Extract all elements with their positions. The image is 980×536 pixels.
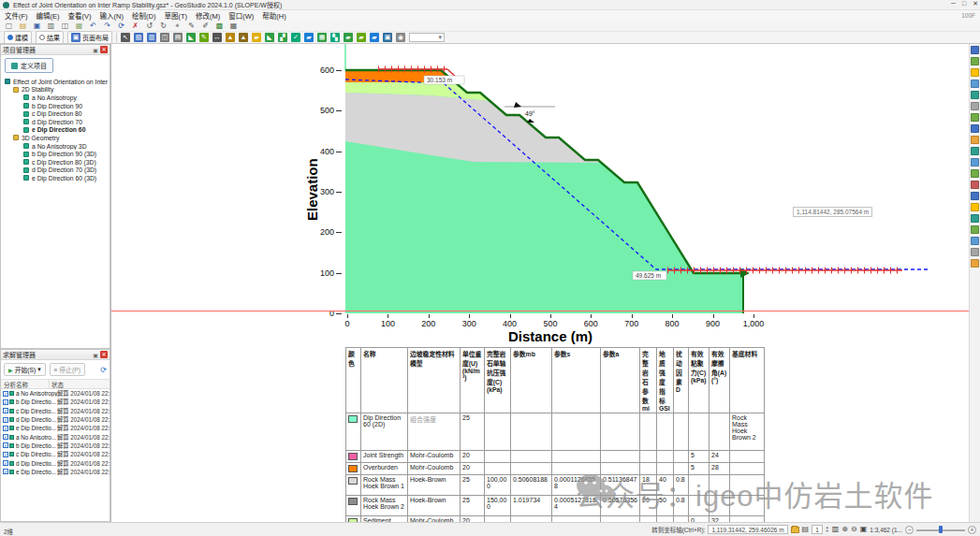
- side-tool-icon[interactable]: [971, 57, 979, 65]
- close-panel-icon[interactable]: ✕: [100, 46, 108, 53]
- checkbox-icon[interactable]: ✓: [3, 426, 8, 431]
- toolbar-icon[interactable]: ✎: [186, 22, 197, 31]
- minimize-button[interactable]: ─: [951, 0, 956, 7]
- solve-row[interactable]: ✓ a No Anisotro... 解算 2024/01/08 22:53:0…: [1, 432, 110, 441]
- tree-item[interactable]: c Dip Direction 80 (3D): [1, 158, 110, 167]
- solve-row[interactable]: ✓ d Dip Directio... 解算 2024/01/08 22:53:…: [1, 415, 110, 424]
- draw-tool-icon[interactable]: ◉: [396, 33, 405, 42]
- side-tool-icon[interactable]: [971, 136, 979, 144]
- toolbar-icon[interactable]: ▥: [46, 22, 56, 31]
- draw-tool-icon[interactable]: ↖: [121, 33, 130, 42]
- menu-item[interactable]: 查看(V): [68, 10, 92, 21]
- checkbox-icon[interactable]: ✓: [3, 442, 8, 448]
- draw-tool-icon[interactable]: ✓: [291, 33, 300, 42]
- tree-item[interactable]: Effect of Joint Orientation on Inter Ram…: [1, 78, 110, 86]
- zoom-slider-thumb[interactable]: [939, 526, 943, 533]
- checkbox-icon[interactable]: ✓: [3, 417, 8, 423]
- toolbar-icon[interactable]: ↺: [144, 22, 154, 31]
- side-tool-icon[interactable]: [971, 192, 979, 200]
- checkbox-icon[interactable]: ✓: [3, 434, 8, 440]
- draw-tool-icon[interactable]: ▚: [330, 33, 340, 42]
- solve-row[interactable]: ✓ e Dip Directio... 解算 2024/01/08 22:59:…: [1, 468, 110, 476]
- tree-item[interactable]: d Dip Direction 70 (3D): [1, 167, 110, 175]
- side-tool-icon[interactable]: [971, 181, 979, 189]
- draw-tool-icon[interactable]: ▞: [278, 33, 287, 42]
- solve-row[interactable]: ✓ e Dip Directio... 解算 2024/01/08 22:53:…: [1, 424, 110, 432]
- draw-tool-icon[interactable]: ▣: [383, 33, 392, 42]
- page-spinner[interactable]: ▲▼: [826, 526, 829, 533]
- draw-tool-icon[interactable]: ▰: [357, 33, 366, 42]
- pin-icon[interactable]: ▣: [93, 352, 98, 358]
- draw-tool-icon[interactable]: ▰: [370, 33, 379, 42]
- analysis-name-column[interactable]: 分析名称: [1, 380, 50, 388]
- tree-item[interactable]: d Dip Direction 70: [1, 118, 110, 126]
- toolbar-icon[interactable]: ↷: [102, 22, 112, 31]
- define-mode-radio[interactable]: 建模: [4, 31, 32, 44]
- pin-icon[interactable]: ▣: [93, 47, 98, 53]
- tree-item[interactable]: a No Anisotropy 3D: [1, 142, 110, 151]
- coordinates-readout[interactable]: 1,119.31442, 259.46026 m: [708, 525, 787, 534]
- draw-tool-icon[interactable]: ✎: [199, 33, 209, 42]
- checkbox-icon[interactable]: ✓: [3, 452, 8, 457]
- results-mode-radio[interactable]: 结果: [36, 31, 64, 44]
- draw-tool-icon[interactable]: ▦: [317, 33, 327, 42]
- draw-tool-icon[interactable]: ◣: [265, 33, 274, 42]
- tree-item[interactable]: e Dip Direction 60 (3D): [1, 174, 110, 182]
- side-tool-icon[interactable]: [971, 225, 979, 234]
- menu-item[interactable]: 绘制(D): [132, 10, 155, 21]
- side-tool-icon[interactable]: [971, 259, 979, 268]
- page-layout-button[interactable]: ▣ 页面布局: [67, 31, 112, 44]
- side-tool-icon[interactable]: [971, 124, 979, 133]
- drawing-canvas[interactable]: 30.153 m 49.625 m 49° Elevation Distance…: [110, 44, 969, 522]
- menu-item[interactable]: 窗口(W): [228, 10, 254, 21]
- toolbar-icon[interactable]: ▣: [32, 22, 42, 31]
- side-tool-icon[interactable]: [971, 80, 979, 88]
- spinner-down-icon[interactable]: ▼: [826, 529, 829, 533]
- draw-tool-icon[interactable]: ◫: [160, 33, 169, 42]
- stop-solve-button[interactable]: ■ 停止(P): [50, 363, 85, 376]
- refresh-icon[interactable]: ⟳: [100, 366, 107, 374]
- define-project-button[interactable]: 定义项目: [5, 58, 53, 73]
- side-tool-icon[interactable]: [971, 203, 979, 211]
- zoom-plus-button[interactable]: +: [968, 526, 976, 534]
- draw-tool-icon[interactable]: ▰: [344, 33, 353, 42]
- zoom-fit-icon[interactable]: ▣: [860, 525, 868, 534]
- side-tool-icon[interactable]: [971, 214, 979, 223]
- side-tool-icon[interactable]: [971, 158, 979, 167]
- zoom-in-icon[interactable]: ⊕: [841, 525, 848, 534]
- toolbar-icon[interactable]: ◫: [60, 22, 70, 31]
- toolbar-icon[interactable]: ↶: [88, 22, 98, 31]
- tree-item[interactable]: 2D Stability: [1, 86, 110, 94]
- checkbox-icon[interactable]: ✓: [3, 399, 8, 405]
- draw-tool-icon[interactable]: ▰: [304, 33, 314, 42]
- draw-tool-icon[interactable]: ▲: [226, 33, 235, 42]
- page-number-input[interactable]: 1: [812, 525, 823, 534]
- toolbar-icon[interactable]: ▦: [74, 22, 84, 31]
- menu-item[interactable]: 修改(M): [196, 10, 220, 21]
- draw-tool-icon[interactable]: ▧: [134, 33, 143, 42]
- tree-item[interactable]: b Dip Direction 90: [1, 102, 110, 110]
- tree-item[interactable]: a No Anisotropy: [1, 94, 110, 102]
- draw-tool-icon[interactable]: ▲: [239, 33, 248, 42]
- tree-item[interactable]: b Dip Direction 90 (3D): [1, 150, 110, 158]
- view-scale-dropdown[interactable]: ▾: [409, 33, 445, 42]
- solve-row[interactable]: ✓ a No Anisotropy 解算 2024/01/08 22:52:02: [1, 389, 110, 398]
- tree-item[interactable]: e Dip Direction 60: [1, 126, 110, 135]
- draw-tool-icon[interactable]: ↔: [212, 33, 222, 42]
- toolbar-icon[interactable]: ✗: [130, 22, 140, 31]
- side-tool-icon[interactable]: [971, 68, 979, 77]
- side-tool-icon[interactable]: [971, 91, 979, 99]
- close-panel-icon[interactable]: ✕: [100, 351, 108, 358]
- side-tool-icon[interactable]: [971, 147, 979, 155]
- checkbox-icon[interactable]: ✓: [3, 469, 8, 474]
- toolbar-icon[interactable]: ⌖: [172, 22, 183, 31]
- print-preview-icon[interactable]: ▥: [832, 525, 840, 534]
- menu-item[interactable]: 文件(F): [5, 10, 28, 21]
- toolbar-icon[interactable]: ▢: [4, 22, 14, 31]
- zoom-slider[interactable]: [916, 525, 965, 534]
- folder-icon[interactable]: [791, 527, 799, 533]
- maximize-button[interactable]: □: [962, 0, 966, 7]
- tree-item[interactable]: c Dip Direction 80: [1, 109, 110, 118]
- toolbar-icon[interactable]: ↻: [158, 22, 168, 31]
- draw-tool-icon[interactable]: ▤: [173, 33, 183, 42]
